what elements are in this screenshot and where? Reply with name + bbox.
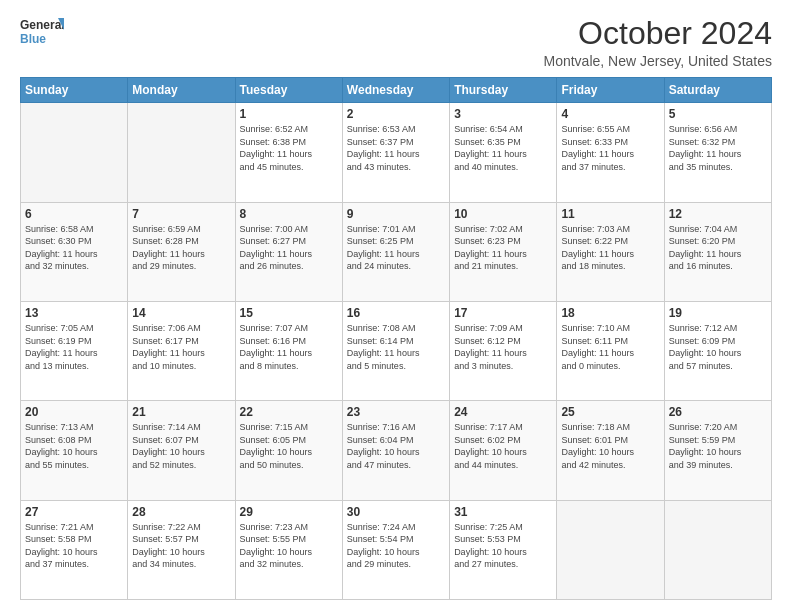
- calendar-cell: 5Sunrise: 6:56 AMSunset: 6:32 PMDaylight…: [664, 103, 771, 202]
- calendar-cell: 30Sunrise: 7:24 AMSunset: 5:54 PMDayligh…: [342, 500, 449, 599]
- day-number: 15: [240, 306, 338, 320]
- day-info: Sunrise: 7:15 AMSunset: 6:05 PMDaylight:…: [240, 421, 338, 471]
- day-number: 29: [240, 505, 338, 519]
- calendar-cell: 6Sunrise: 6:58 AMSunset: 6:30 PMDaylight…: [21, 202, 128, 301]
- calendar-week-3: 13Sunrise: 7:05 AMSunset: 6:19 PMDayligh…: [21, 301, 772, 400]
- day-number: 20: [25, 405, 123, 419]
- day-info: Sunrise: 7:04 AMSunset: 6:20 PMDaylight:…: [669, 223, 767, 273]
- calendar-cell: [128, 103, 235, 202]
- day-info: Sunrise: 7:12 AMSunset: 6:09 PMDaylight:…: [669, 322, 767, 372]
- day-info: Sunrise: 7:06 AMSunset: 6:17 PMDaylight:…: [132, 322, 230, 372]
- calendar-cell: 12Sunrise: 7:04 AMSunset: 6:20 PMDayligh…: [664, 202, 771, 301]
- calendar-cell: 25Sunrise: 7:18 AMSunset: 6:01 PMDayligh…: [557, 401, 664, 500]
- day-info: Sunrise: 6:59 AMSunset: 6:28 PMDaylight:…: [132, 223, 230, 273]
- day-number: 3: [454, 107, 552, 121]
- calendar-cell: 13Sunrise: 7:05 AMSunset: 6:19 PMDayligh…: [21, 301, 128, 400]
- day-number: 25: [561, 405, 659, 419]
- day-number: 2: [347, 107, 445, 121]
- calendar-cell: 20Sunrise: 7:13 AMSunset: 6:08 PMDayligh…: [21, 401, 128, 500]
- day-number: 28: [132, 505, 230, 519]
- calendar-week-4: 20Sunrise: 7:13 AMSunset: 6:08 PMDayligh…: [21, 401, 772, 500]
- day-info: Sunrise: 7:24 AMSunset: 5:54 PMDaylight:…: [347, 521, 445, 571]
- day-number: 10: [454, 207, 552, 221]
- calendar-cell: 7Sunrise: 6:59 AMSunset: 6:28 PMDaylight…: [128, 202, 235, 301]
- day-info: Sunrise: 7:10 AMSunset: 6:11 PMDaylight:…: [561, 322, 659, 372]
- day-info: Sunrise: 7:03 AMSunset: 6:22 PMDaylight:…: [561, 223, 659, 273]
- day-number: 9: [347, 207, 445, 221]
- day-info: Sunrise: 6:58 AMSunset: 6:30 PMDaylight:…: [25, 223, 123, 273]
- calendar-cell: 31Sunrise: 7:25 AMSunset: 5:53 PMDayligh…: [450, 500, 557, 599]
- calendar-cell: 19Sunrise: 7:12 AMSunset: 6:09 PMDayligh…: [664, 301, 771, 400]
- calendar-cell: 4Sunrise: 6:55 AMSunset: 6:33 PMDaylight…: [557, 103, 664, 202]
- day-info: Sunrise: 7:00 AMSunset: 6:27 PMDaylight:…: [240, 223, 338, 273]
- day-info: Sunrise: 7:25 AMSunset: 5:53 PMDaylight:…: [454, 521, 552, 571]
- day-number: 24: [454, 405, 552, 419]
- day-number: 4: [561, 107, 659, 121]
- subtitle: Montvale, New Jersey, United States: [543, 53, 772, 69]
- day-number: 26: [669, 405, 767, 419]
- day-info: Sunrise: 6:53 AMSunset: 6:37 PMDaylight:…: [347, 123, 445, 173]
- calendar-cell: 14Sunrise: 7:06 AMSunset: 6:17 PMDayligh…: [128, 301, 235, 400]
- day-number: 7: [132, 207, 230, 221]
- logo-svg: GeneralBlue: [20, 16, 64, 48]
- day-number: 11: [561, 207, 659, 221]
- calendar-week-2: 6Sunrise: 6:58 AMSunset: 6:30 PMDaylight…: [21, 202, 772, 301]
- day-info: Sunrise: 6:54 AMSunset: 6:35 PMDaylight:…: [454, 123, 552, 173]
- day-number: 1: [240, 107, 338, 121]
- day-number: 16: [347, 306, 445, 320]
- day-info: Sunrise: 7:23 AMSunset: 5:55 PMDaylight:…: [240, 521, 338, 571]
- day-info: Sunrise: 7:13 AMSunset: 6:08 PMDaylight:…: [25, 421, 123, 471]
- day-info: Sunrise: 7:18 AMSunset: 6:01 PMDaylight:…: [561, 421, 659, 471]
- day-header-sunday: Sunday: [21, 78, 128, 103]
- calendar-week-1: 1Sunrise: 6:52 AMSunset: 6:38 PMDaylight…: [21, 103, 772, 202]
- calendar-table: SundayMondayTuesdayWednesdayThursdayFrid…: [20, 77, 772, 600]
- day-header-tuesday: Tuesday: [235, 78, 342, 103]
- day-info: Sunrise: 7:05 AMSunset: 6:19 PMDaylight:…: [25, 322, 123, 372]
- day-info: Sunrise: 7:17 AMSunset: 6:02 PMDaylight:…: [454, 421, 552, 471]
- main-title: October 2024: [543, 16, 772, 51]
- day-info: Sunrise: 7:08 AMSunset: 6:14 PMDaylight:…: [347, 322, 445, 372]
- calendar-cell: 18Sunrise: 7:10 AMSunset: 6:11 PMDayligh…: [557, 301, 664, 400]
- day-number: 12: [669, 207, 767, 221]
- day-info: Sunrise: 7:20 AMSunset: 5:59 PMDaylight:…: [669, 421, 767, 471]
- day-number: 31: [454, 505, 552, 519]
- calendar-cell: 3Sunrise: 6:54 AMSunset: 6:35 PMDaylight…: [450, 103, 557, 202]
- calendar-cell: 21Sunrise: 7:14 AMSunset: 6:07 PMDayligh…: [128, 401, 235, 500]
- day-number: 27: [25, 505, 123, 519]
- day-number: 8: [240, 207, 338, 221]
- page: GeneralBlue October 2024 Montvale, New J…: [0, 0, 792, 612]
- calendar-cell: 24Sunrise: 7:17 AMSunset: 6:02 PMDayligh…: [450, 401, 557, 500]
- day-header-wednesday: Wednesday: [342, 78, 449, 103]
- day-header-monday: Monday: [128, 78, 235, 103]
- day-number: 17: [454, 306, 552, 320]
- day-header-friday: Friday: [557, 78, 664, 103]
- day-info: Sunrise: 7:14 AMSunset: 6:07 PMDaylight:…: [132, 421, 230, 471]
- calendar-cell: 22Sunrise: 7:15 AMSunset: 6:05 PMDayligh…: [235, 401, 342, 500]
- calendar-cell: 23Sunrise: 7:16 AMSunset: 6:04 PMDayligh…: [342, 401, 449, 500]
- day-header-saturday: Saturday: [664, 78, 771, 103]
- calendar-cell: 2Sunrise: 6:53 AMSunset: 6:37 PMDaylight…: [342, 103, 449, 202]
- day-info: Sunrise: 7:21 AMSunset: 5:58 PMDaylight:…: [25, 521, 123, 571]
- calendar-cell: [21, 103, 128, 202]
- day-number: 19: [669, 306, 767, 320]
- calendar-cell: 11Sunrise: 7:03 AMSunset: 6:22 PMDayligh…: [557, 202, 664, 301]
- svg-text:Blue: Blue: [20, 32, 46, 46]
- calendar-cell: [664, 500, 771, 599]
- day-info: Sunrise: 7:09 AMSunset: 6:12 PMDaylight:…: [454, 322, 552, 372]
- day-info: Sunrise: 7:22 AMSunset: 5:57 PMDaylight:…: [132, 521, 230, 571]
- day-info: Sunrise: 7:16 AMSunset: 6:04 PMDaylight:…: [347, 421, 445, 471]
- calendar-cell: 15Sunrise: 7:07 AMSunset: 6:16 PMDayligh…: [235, 301, 342, 400]
- logo: GeneralBlue: [20, 16, 64, 48]
- calendar-cell: 26Sunrise: 7:20 AMSunset: 5:59 PMDayligh…: [664, 401, 771, 500]
- day-number: 18: [561, 306, 659, 320]
- day-number: 23: [347, 405, 445, 419]
- title-block: October 2024 Montvale, New Jersey, Unite…: [543, 16, 772, 69]
- day-info: Sunrise: 6:56 AMSunset: 6:32 PMDaylight:…: [669, 123, 767, 173]
- day-number: 13: [25, 306, 123, 320]
- day-info: Sunrise: 7:07 AMSunset: 6:16 PMDaylight:…: [240, 322, 338, 372]
- day-info: Sunrise: 7:01 AMSunset: 6:25 PMDaylight:…: [347, 223, 445, 273]
- day-number: 21: [132, 405, 230, 419]
- calendar-cell: 16Sunrise: 7:08 AMSunset: 6:14 PMDayligh…: [342, 301, 449, 400]
- calendar-cell: 29Sunrise: 7:23 AMSunset: 5:55 PMDayligh…: [235, 500, 342, 599]
- header: GeneralBlue October 2024 Montvale, New J…: [20, 16, 772, 69]
